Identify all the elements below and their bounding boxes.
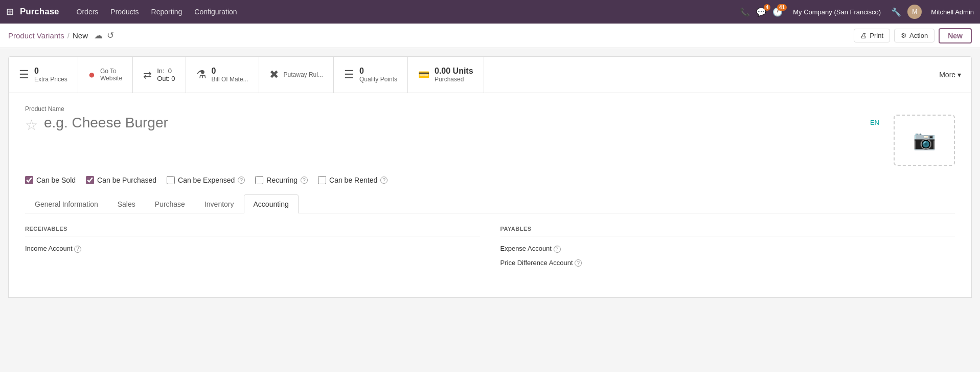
bom-count: 0 [212,67,248,76]
can-be-rented-checkbox[interactable]: Can be Rented ? [318,176,388,184]
stat-in-out[interactable]: ⇄ In: 0 Out: 0 [133,57,186,93]
breadcrumb-sep: / [67,31,70,40]
stat-extra-prices[interactable]: ☰ 0 Extra Prices [9,57,78,93]
more-label: More ▾ [939,71,961,79]
income-account-label: Income Account ? [25,245,107,253]
nav-configuration[interactable]: Configuration [189,5,242,19]
avatar[interactable]: M [907,5,922,19]
save-manually-icon[interactable]: ☁ [94,30,103,41]
can-be-rented-input[interactable] [318,176,326,184]
price-diff-help[interactable]: ? [575,259,582,267]
flask-icon: ⚗ [196,68,207,81]
tab-inventory[interactable]: Inventory [195,194,244,213]
more-button[interactable]: More ▾ [929,57,971,93]
new-button[interactable]: New [939,28,972,43]
camera-icon: 📷 [913,129,936,151]
recurring-help-icon[interactable]: ? [301,177,308,184]
print-button[interactable]: 🖨 Print [854,29,890,42]
company-name: My Company (San Francisco) [793,8,881,16]
product-name-input[interactable] [44,115,864,131]
discard-icon[interactable]: ↺ [107,30,114,41]
price-diff-value[interactable] [586,261,955,264]
top-nav: ⊞ Purchase Orders Products Reporting Con… [0,0,980,24]
phone-icon[interactable]: 📞 [740,7,750,17]
stat-go-to-website[interactable]: ● Go To Website [78,57,133,93]
action-button[interactable]: ⚙ Action [894,29,935,42]
stat-bill-of-materials[interactable]: ⚗ 0 Bill Of Mate... [186,57,259,93]
breadcrumb-parent[interactable]: Product Variants [8,31,64,40]
rented-help-icon[interactable]: ? [380,177,388,184]
chat-icon[interactable]: 💬 4 [756,7,766,17]
app-grid-icon[interactable]: ⊞ [6,6,14,17]
transfer-icon: ⇄ [143,69,152,81]
income-account-value[interactable] [111,247,480,250]
payables-section: PAYABLES Expense Account ? Price Differe… [500,226,955,273]
breadcrumb-actions: ☁ ↺ [94,30,114,41]
can-be-purchased-input[interactable] [86,176,94,184]
checkbox-row: Can be Sold Can be Purchased Can be Expe… [25,176,955,184]
price-diff-account-row: Price Difference Account ? [500,259,955,267]
out-count: Out: 0 [157,75,175,82]
stat-bar: ☰ 0 Extra Prices ● Go To Website ⇄ In: 0… [8,56,972,93]
expensed-help-icon[interactable]: ? [238,177,245,184]
quality-icon: ☰ [344,68,354,81]
expense-account-help[interactable]: ? [554,246,561,253]
stat-putaway-rules[interactable]: ✖ Putaway Rul... [259,57,334,93]
price-diff-label: Price Difference Account ? [500,259,582,267]
website-icon: ● [88,68,95,81]
expense-account-value[interactable] [586,247,955,250]
units-count: 0.00 Units [435,67,473,76]
in-count: In: 0 [157,67,175,75]
activity-icon[interactable]: 🕐 41 [772,7,783,17]
breadcrumb: Product Variants / New [8,31,88,40]
recurring-checkbox[interactable]: Recurring ? [255,176,308,184]
income-account-help[interactable]: ? [74,246,81,253]
can-be-expensed-label: Can be Expensed [178,176,235,184]
nav-products[interactable]: Products [105,5,144,19]
can-be-sold-checkbox[interactable]: Can be Sold [25,176,76,184]
can-be-purchased-checkbox[interactable]: Can be Purchased [86,176,156,184]
action-buttons: 🖨 Print ⚙ Action New [854,28,972,43]
photo-upload[interactable]: 📷 [894,115,955,166]
tab-sales[interactable]: Sales [108,194,145,213]
user-name: Mitchell Admin [931,8,974,16]
tab-accounting[interactable]: Accounting [244,194,299,213]
product-name-label: Product Name [25,105,955,113]
putaway-icon: ✖ [269,68,279,81]
payables-header: PAYABLES [500,226,955,236]
tabs: General Information Sales Purchase Inven… [25,194,955,213]
card-icon: 💳 [418,69,429,80]
can-be-sold-label: Can be Sold [36,176,76,184]
tab-general-information[interactable]: General Information [25,194,108,213]
receivables-header: RECEIVABLES [25,226,480,236]
breadcrumb-current: New [73,31,88,40]
can-be-expensed-checkbox[interactable]: Can be Expensed ? [167,176,245,184]
nav-reporting[interactable]: Reporting [146,5,188,19]
receivables-section: RECEIVABLES Income Account ? [25,226,480,273]
income-account-row: Income Account ? [25,245,480,253]
quality-count: 0 [359,67,397,76]
nav-orders[interactable]: Orders [72,5,104,19]
extra-prices-label: Extra Prices [34,76,67,83]
accounting-tab-content: RECEIVABLES Income Account ? PAYABLES [25,213,955,285]
language-button[interactable]: EN [870,119,879,126]
recurring-input[interactable] [255,176,263,184]
units-label: Purchased [435,76,473,83]
stat-units-purchased[interactable]: 💳 0.00 Units Purchased [408,57,484,93]
can-be-expensed-input[interactable] [167,176,175,184]
recurring-label: Recurring [266,176,298,184]
product-name-row: ☆ EN 📷 [25,115,955,166]
stat-quality-points[interactable]: ☰ 0 Quality Points [334,57,408,93]
favorite-icon[interactable]: ☆ [25,117,38,134]
list-icon: ☰ [19,68,29,81]
gear-icon: ⚙ [901,32,907,39]
breadcrumb-bar: Product Variants / New ☁ ↺ 🖨 Print ⚙ Act… [0,24,980,48]
expense-account-label: Expense Account ? [500,245,582,253]
form-area: Product Name ☆ EN 📷 Can be Sold Can be P… [8,93,972,298]
tab-purchase[interactable]: Purchase [145,194,195,213]
app-name: Purchase [20,7,59,17]
bom-label: Bill Of Mate... [212,76,248,83]
can-be-sold-input[interactable] [25,176,33,184]
putaway-label: Putaway Rul... [284,71,323,78]
settings-icon[interactable]: 🔧 [891,7,901,17]
